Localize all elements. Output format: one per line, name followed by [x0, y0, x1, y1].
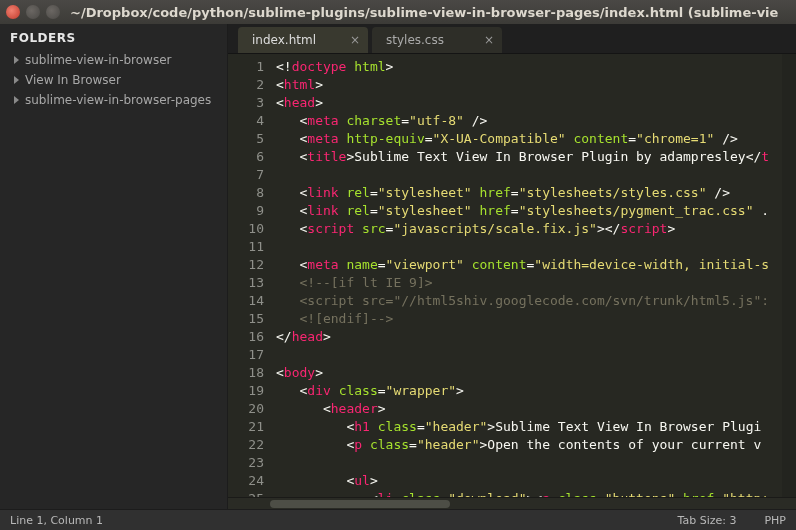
sidebar: FOLDERS sublime-view-in-browser View In … — [0, 24, 228, 509]
code-line[interactable]: <meta charset="utf-8" /> — [276, 112, 782, 130]
line-number: 1 — [232, 58, 264, 76]
titlebar: ~/Dropbox/code/python/sublime-plugins/su… — [0, 0, 796, 24]
line-number: 25 — [232, 490, 264, 497]
chevron-right-icon — [14, 56, 19, 64]
line-number: 4 — [232, 112, 264, 130]
code-line[interactable]: <meta http-equiv="X-UA-Compatible" conte… — [276, 130, 782, 148]
window-maximize-button[interactable] — [46, 5, 60, 19]
code-line[interactable]: <body> — [276, 364, 782, 382]
statusbar: Line 1, Column 1 Tab Size: 3 PHP — [0, 509, 796, 530]
folder-label: sublime-view-in-browser — [25, 53, 171, 67]
tab-styles-css[interactable]: styles.css × — [372, 27, 502, 53]
line-number: 5 — [232, 130, 264, 148]
line-number: 9 — [232, 202, 264, 220]
close-icon[interactable]: × — [350, 34, 360, 46]
line-number: 7 — [232, 166, 264, 184]
code-content[interactable]: <!doctype html><html><head> <meta charse… — [272, 54, 782, 497]
tabbar: index.html × styles.css × — [228, 24, 796, 54]
code-line[interactable]: <head> — [276, 94, 782, 112]
line-number: 3 — [232, 94, 264, 112]
code-line[interactable]: <title>Sublime Text View In Browser Plug… — [276, 148, 782, 166]
code-line[interactable]: <li class="download"><a class="buttons" … — [276, 490, 782, 497]
line-number: 11 — [232, 238, 264, 256]
code-line[interactable] — [276, 454, 782, 472]
code-line[interactable]: </head> — [276, 328, 782, 346]
editor-area: index.html × styles.css × 12345678910111… — [228, 24, 796, 509]
line-number: 15 — [232, 310, 264, 328]
window-minimize-button[interactable] — [26, 5, 40, 19]
line-number: 8 — [232, 184, 264, 202]
folder-label: sublime-view-in-browser-pages — [25, 93, 211, 107]
line-number: 2 — [232, 76, 264, 94]
horizontal-scrollbar[interactable] — [228, 497, 796, 509]
code-line[interactable]: <!--[if lt IE 9]> — [276, 274, 782, 292]
line-number: 17 — [232, 346, 264, 364]
window-title: ~/Dropbox/code/python/sublime-plugins/su… — [70, 5, 778, 20]
code-line[interactable]: <div class="wrapper"> — [276, 382, 782, 400]
line-number: 14 — [232, 292, 264, 310]
close-icon[interactable]: × — [484, 34, 494, 46]
code-line[interactable]: <![endif]--> — [276, 310, 782, 328]
line-number: 20 — [232, 400, 264, 418]
line-number: 19 — [232, 382, 264, 400]
tab-label: index.html — [252, 33, 316, 47]
chevron-right-icon — [14, 96, 19, 104]
code-line[interactable]: <ul> — [276, 472, 782, 490]
folder-item[interactable]: sublime-view-in-browser — [0, 50, 227, 70]
window-close-button[interactable] — [6, 5, 20, 19]
code-line[interactable]: <script src="javascripts/scale.fix.js"><… — [276, 220, 782, 238]
code-line[interactable]: <meta name="viewport" content="width=dev… — [276, 256, 782, 274]
line-number: 22 — [232, 436, 264, 454]
line-number: 21 — [232, 418, 264, 436]
code-line[interactable]: <p class="header">Open the contents of y… — [276, 436, 782, 454]
code-line[interactable] — [276, 166, 782, 184]
folder-label: View In Browser — [25, 73, 121, 87]
line-number: 24 — [232, 472, 264, 490]
line-number: 16 — [232, 328, 264, 346]
code-editor[interactable]: 1234567891011121314151617181920212223242… — [228, 54, 796, 497]
code-line[interactable]: <link rel="stylesheet" href="stylesheets… — [276, 184, 782, 202]
line-number: 12 — [232, 256, 264, 274]
status-position: Line 1, Column 1 — [10, 514, 103, 527]
code-line[interactable]: <html> — [276, 76, 782, 94]
tab-label: styles.css — [386, 33, 444, 47]
line-gutter: 1234567891011121314151617181920212223242… — [228, 54, 272, 497]
line-number: 6 — [232, 148, 264, 166]
tab-index-html[interactable]: index.html × — [238, 27, 368, 53]
folders-header: FOLDERS — [0, 24, 227, 50]
chevron-right-icon — [14, 76, 19, 84]
code-line[interactable]: <header> — [276, 400, 782, 418]
line-number: 18 — [232, 364, 264, 382]
folder-item[interactable]: View In Browser — [0, 70, 227, 90]
minimap[interactable] — [782, 54, 796, 497]
status-tabsize[interactable]: Tab Size: 3 — [678, 514, 737, 527]
code-line[interactable]: <h1 class="header">Sublime Text View In … — [276, 418, 782, 436]
code-line[interactable]: <script src="//html5shiv.googlecode.com/… — [276, 292, 782, 310]
line-number: 23 — [232, 454, 264, 472]
code-line[interactable] — [276, 346, 782, 364]
code-line[interactable] — [276, 238, 782, 256]
line-number: 13 — [232, 274, 264, 292]
scrollbar-thumb[interactable] — [270, 500, 450, 508]
code-line[interactable]: <!doctype html> — [276, 58, 782, 76]
code-line[interactable]: <link rel="stylesheet" href="stylesheets… — [276, 202, 782, 220]
line-number: 10 — [232, 220, 264, 238]
folder-item[interactable]: sublime-view-in-browser-pages — [0, 90, 227, 110]
status-language[interactable]: PHP — [764, 514, 786, 527]
